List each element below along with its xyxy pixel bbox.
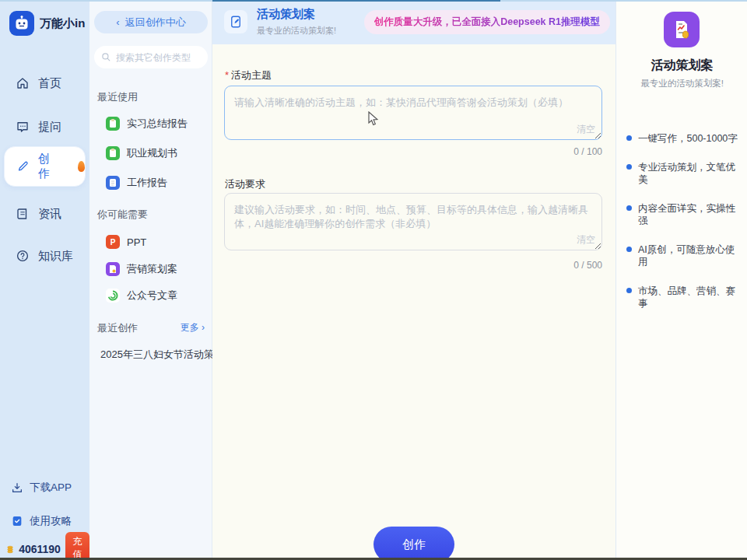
wechat-official-icon	[106, 289, 120, 303]
credits-balance: 4061190	[19, 543, 61, 555]
catalog-sidebar: ‹ 返回创作中心 最近使用 实习总结报告 职业规划书 工作报告 你可能需要 P …	[89, 0, 212, 560]
home-icon	[16, 76, 30, 90]
bullet-dot-icon	[626, 135, 632, 141]
search-box[interactable]	[94, 46, 208, 68]
page-subtitle: 最专业的活动策划案!	[257, 25, 336, 37]
back-chevron-icon: ‹	[116, 16, 119, 28]
search-icon	[101, 52, 111, 62]
news-icon	[16, 207, 30, 221]
catalog-item-internship-report[interactable]: 实习总结报告	[106, 117, 188, 131]
sidebar-item-label: 资讯	[38, 207, 61, 222]
topic-textarea[interactable]	[224, 86, 602, 140]
coins-icon	[6, 543, 16, 556]
left-sidebar: 万能小in 首页 提问 创作 资讯 知识库 下载APP 使用攻略 4061190…	[0, 0, 89, 560]
feature-item: AI原创，可随意放心使用	[626, 243, 742, 268]
topic-counter: 0 / 100	[224, 146, 602, 157]
catalog-item-work-report[interactable]: 工作报告	[106, 176, 167, 190]
requirement-label: 活动要求	[225, 177, 265, 191]
guide-book-icon	[11, 515, 23, 527]
sidebar-item-knowledge[interactable]: 知识库	[0, 243, 89, 269]
create-button[interactable]: 创作	[374, 527, 454, 560]
catalog-item-marketing-plan[interactable]: 营销策划案	[106, 262, 177, 276]
catalog-item-career-plan[interactable]: 职业规划书	[106, 146, 177, 160]
feature-list: 一键写作，500-1000字 专业活动策划，文笔优美 内容全面详实，实操性强 A…	[626, 132, 742, 326]
report-icon	[106, 117, 120, 131]
pencil-icon	[16, 159, 30, 173]
activity-plan-icon	[664, 12, 700, 47]
catalog-item-ppt[interactable]: P PPT	[106, 235, 146, 249]
doc-pencil-icon	[224, 10, 247, 33]
catalog-item-label: 营销策划案	[127, 262, 177, 276]
main-panel: 活动策划案 最专业的活动策划案! 创作质量大升级，已全面接入Deepseek R…	[212, 0, 615, 560]
sidebar-item-label: 知识库	[38, 249, 73, 264]
back-to-center-button[interactable]: ‹ 返回创作中心	[94, 11, 208, 33]
requirement-textarea[interactable]	[224, 193, 602, 250]
marketing-doc-icon	[106, 262, 120, 276]
download-label: 下载APP	[30, 481, 72, 495]
catalog-item-label: 工作报告	[127, 176, 167, 190]
bullet-dot-icon	[626, 205, 632, 211]
feature-item: 专业活动策划，文笔优美	[626, 161, 742, 186]
page-title: 活动策划案	[257, 7, 315, 22]
sidebar-item-ask[interactable]: 提问	[0, 114, 89, 140]
sidebar-item-home[interactable]: 首页	[0, 70, 89, 96]
bullet-dot-icon	[626, 288, 632, 293]
sidebar-item-label: 提问	[38, 120, 61, 135]
brand-name: 万能小in	[40, 16, 85, 31]
more-link[interactable]: 更多 ›	[181, 321, 205, 334]
bullet-dot-icon	[626, 247, 632, 252]
bullet-dot-icon	[626, 164, 632, 170]
download-icon	[11, 481, 23, 494]
feature-item: 一键写作，500-1000字	[626, 132, 742, 145]
brand[interactable]: 万能小in	[0, 0, 89, 36]
main-header: 活动策划案 最专业的活动策划案! 创作质量大升级，已全面接入Deepseek R…	[212, 0, 615, 44]
recharge-button[interactable]: 充值	[65, 532, 89, 560]
search-input[interactable]	[116, 52, 202, 63]
ppt-icon: P	[106, 235, 120, 249]
info-sidebar: 活动策划案 最专业的活动策划案! 一键写作，500-1000字 专业活动策划，文…	[615, 0, 747, 560]
chat-icon	[16, 120, 30, 134]
catalog-item-label: PPT	[127, 236, 146, 248]
robot-logo-icon	[9, 11, 34, 36]
back-label: 返回创作中心	[125, 16, 186, 30]
top-progress-line	[212, 0, 500, 2]
deepseek-badge-text: 创作质量大升级，已全面接入Deepseek R1推理模型	[374, 16, 600, 29]
required-mark: *	[225, 69, 229, 81]
work-report-icon	[106, 176, 120, 190]
aside-subtitle: 最专业的活动策划案!	[616, 78, 747, 89]
feature-item: 内容全面详实，实操性强	[626, 202, 742, 227]
plan-icon	[106, 146, 120, 160]
feature-item: 市场、品牌、营销、赛事	[626, 285, 742, 310]
recent-creation-item[interactable]: 2025年三八妇女节活动策划	[100, 348, 224, 362]
sidebar-item-label: 创作	[38, 152, 60, 181]
catalog-item-wechat-article[interactable]: 公众号文章	[106, 289, 177, 303]
requirement-counter: 0 / 500	[224, 260, 602, 271]
knowledge-icon	[16, 249, 30, 263]
guide-link[interactable]: 使用攻略	[0, 509, 89, 533]
creations-section-title: 最近创作	[97, 321, 138, 335]
deepseek-badge: 创作质量大升级，已全面接入Deepseek R1推理模型	[364, 10, 610, 34]
catalog-item-label: 实习总结报告	[127, 117, 188, 131]
sidebar-item-news[interactable]: 资讯	[0, 201, 89, 227]
credits-row: 4061190 充值	[0, 540, 89, 558]
topic-clear-button[interactable]: 清空	[577, 123, 595, 136]
catalog-item-label: 公众号文章	[127, 289, 177, 303]
topic-label: *活动主题	[225, 68, 272, 82]
recent-section-title: 最近使用	[97, 90, 138, 104]
sidebar-item-create[interactable]: 创作	[4, 146, 86, 187]
guide-label: 使用攻略	[30, 514, 72, 528]
download-app-link[interactable]: 下载APP	[0, 476, 89, 499]
catalog-item-label: 职业规划书	[127, 146, 177, 160]
aside-title: 活动策划案	[616, 58, 747, 74]
flame-icon	[78, 161, 85, 172]
sidebar-item-label: 首页	[38, 76, 61, 91]
requirement-clear-button[interactable]: 清空	[577, 233, 595, 247]
suggest-section-title: 你可能需要	[97, 208, 148, 222]
